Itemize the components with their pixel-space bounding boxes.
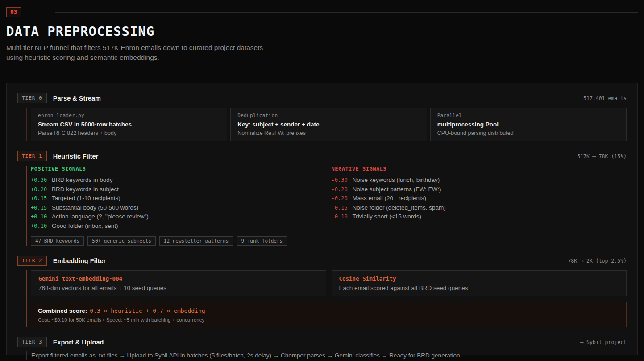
signal-label: Noise folder (deleted_items, spam) (353, 205, 446, 211)
tier-1-body: POSITIVE SIGNALS +0.30 BRD keywords in b… (26, 166, 627, 246)
signal-row: -0.20 Noise subject patterns (FW: FW:) (332, 186, 627, 193)
section-number-badge: 03 (6, 7, 21, 17)
subtitle-line-1: Multi-tier NLP funnel that filters 517K … (6, 44, 263, 51)
signal-label: BRD keywords in subject (52, 186, 119, 193)
card-gemini-embedding: Gemini text-embedding-004 768-dim vector… (31, 270, 326, 296)
section-badge-row: 03 (6, 6, 638, 18)
card-enron-loader: enron_loader.py Stream CSV in 5000-row b… (31, 108, 227, 141)
signal-label: Trivially short (<15 words) (353, 214, 421, 220)
tier-3-title: Export & Upload (53, 339, 104, 346)
card-title: Cosine Similarity (339, 275, 619, 282)
signal-value: +0.15 (31, 196, 52, 202)
tier-2-badge: TIER 2 (17, 256, 47, 266)
signal-value: -0.10 (332, 214, 353, 220)
signal-value: -0.20 (332, 187, 353, 193)
signal-value: +0.15 (31, 205, 52, 211)
signal-label: Noise keywords (lunch, birthday) (353, 177, 440, 183)
signal-row: +0.20 BRD keywords in subject (31, 186, 326, 193)
card-desc: Each email scored against all BRD seed q… (339, 285, 619, 291)
signal-row: +0.30 BRD keywords in body (31, 177, 326, 184)
positive-signals-header: POSITIVE SIGNALS (31, 166, 326, 172)
tier-0-body: enron_loader.py Stream CSV in 5000-row b… (26, 108, 627, 141)
card-title: Stream CSV in 5000-row batches (38, 121, 220, 128)
tier-1-section: TIER 1 Heuristic Filter 517K ⟶ 78K (15%)… (17, 151, 627, 246)
signal-row: +0.15 Substantial body (50-500 words) (31, 205, 326, 211)
card-desc: CPU-bound parsing distributed (437, 130, 619, 136)
signal-row: -0.30 Noise keywords (lunch, birthday) (332, 177, 627, 184)
negative-signals-header: NEGATIVE SIGNALS (332, 166, 627, 172)
signal-row: +0.15 Targeted (1-10 recipients) (31, 195, 326, 202)
signal-row: +0.10 Good folder (inbox, sent) (31, 223, 326, 230)
signal-label: BRD keywords in body (52, 177, 113, 183)
tier-0-header: TIER 0 Parse & Stream 517,401 emails (17, 93, 627, 103)
tier-3-pipeline-text: Export filtered emails as .txt files → U… (26, 351, 627, 360)
tier-2-header: TIER 2 Embedding Filter 78K ⟶ 2K (top 2.… (17, 256, 627, 266)
signal-label: Targeted (1-10 recipients) (52, 195, 120, 201)
signal-label: Action language (?, "please review") (52, 214, 149, 220)
card-desc: Parse RFC 822 headers + body (38, 130, 220, 136)
signal-label: Good folder (inbox, sent) (52, 223, 118, 229)
heuristic-tag-list: 47 BRD keywords 50+ generic subjects 12 … (31, 236, 627, 246)
signal-row: +0.10 Action language (?, "please review… (31, 214, 326, 220)
positive-signals-column: POSITIVE SIGNALS +0.30 BRD keywords in b… (31, 166, 326, 232)
tier-2-body: Gemini text-embedding-004 768-dim vector… (26, 270, 627, 327)
signal-value: +0.10 (31, 214, 52, 220)
signal-label: Substantial body (50-500 words) (52, 205, 138, 211)
signal-value: +0.20 (31, 187, 52, 193)
signal-columns: POSITIVE SIGNALS +0.30 BRD keywords in b… (31, 166, 627, 232)
combined-score-formula: 0.3 × heuristic + 0.7 × embedding (90, 307, 205, 314)
card-parallel: Parallel multiprocessing.Pool CPU-bound … (430, 108, 627, 141)
signal-row: -0.20 Mass email (20+ recipients) (332, 195, 627, 202)
tag-newsletter-patterns: 12 newsletter patterns (159, 236, 233, 246)
combined-score-note: Cost: ~$0.10 for 50K emails • Speed: ~5 … (38, 317, 619, 323)
card-title: multiprocessing.Pool (437, 121, 619, 128)
tier-2-stat: 78K ⟶ 2K (top 2.5%) (568, 258, 627, 264)
tier-1-title: Heuristic Filter (53, 153, 99, 160)
tag-generic-subjects: 50+ generic subjects (87, 236, 155, 246)
combined-score-label: Combined score: (38, 307, 87, 314)
card-label: enron_loader.py (38, 113, 220, 118)
card-cosine-similarity: Cosine Similarity Each email scored agai… (332, 270, 627, 296)
signal-row: -0.10 Trivially short (<15 words) (332, 214, 627, 220)
tier-0-title: Parse & Stream (53, 95, 101, 102)
card-label: Parallel (437, 113, 619, 118)
tier-1-badge: TIER 1 (17, 151, 47, 161)
tier-2-section: TIER 2 Embedding Filter 78K ⟶ 2K (top 2.… (17, 256, 627, 327)
signal-value: +0.30 (31, 177, 52, 184)
tag-brd-keywords: 47 BRD keywords (31, 236, 84, 246)
tag-junk-folders: 9 junk folders (237, 236, 287, 246)
tier-0-stat: 517,401 emails (583, 95, 627, 101)
signal-label: Mass email (20+ recipients) (353, 195, 426, 201)
tier-1-header: TIER 1 Heuristic Filter 517K ⟶ 78K (15%) (17, 151, 627, 161)
card-label: Deduplication (237, 113, 420, 118)
tier-3-badge: TIER 3 (17, 337, 47, 347)
tier-3-stat: ⟶ Sybil project (580, 339, 627, 345)
tier-1-stat: 517K ⟶ 78K (15%) (577, 153, 627, 160)
pipeline-panel: TIER 0 Parse & Stream 517,401 emails enr… (6, 83, 638, 355)
tier-0-cards: enron_loader.py Stream CSV in 5000-row b… (31, 108, 627, 141)
card-title: Key: subject + sender + date (237, 121, 420, 128)
tier-3-section: TIER 3 Export & Upload ⟶ Sybil project E… (17, 337, 627, 360)
page-title: DATA PREPROCESSING (6, 24, 638, 39)
signal-value: -0.20 (332, 196, 353, 202)
page-subtitle: Multi-tier NLP funnel that filters 517K … (6, 43, 638, 63)
signal-value: -0.30 (332, 177, 353, 184)
tier-0-section: TIER 0 Parse & Stream 517,401 emails enr… (17, 93, 627, 141)
header-rule (55, 12, 638, 13)
card-desc: 768-dim vectors for all emails + 10 seed… (38, 285, 319, 291)
tier-2-title: Embedding Filter (53, 257, 106, 264)
signal-value: +0.10 (31, 223, 52, 230)
tier-0-badge: TIER 0 (17, 93, 47, 103)
signal-value: -0.15 (332, 205, 353, 211)
signal-label: Noise subject patterns (FW: FW:) (353, 186, 441, 193)
tier-2-cards: Gemini text-embedding-004 768-dim vector… (31, 270, 627, 296)
card-title: Gemini text-embedding-004 (38, 275, 319, 282)
signal-row: -0.15 Noise folder (deleted_items, spam) (332, 205, 627, 211)
combined-score-line: Combined score:0.3 × heuristic + 0.7 × e… (38, 306, 619, 315)
card-desc: Normalize Re:/FW: prefixes (237, 130, 420, 136)
combined-score-box: Combined score:0.3 × heuristic + 0.7 × e… (31, 302, 627, 327)
card-deduplication: Deduplication Key: subject + sender + da… (230, 108, 427, 141)
negative-signals-column: NEGATIVE SIGNALS -0.30 Noise keywords (l… (332, 166, 627, 232)
tier-3-header: TIER 3 Export & Upload ⟶ Sybil project (17, 337, 627, 347)
subtitle-line-2: using heuristic scoring and semantic emb… (6, 54, 159, 61)
